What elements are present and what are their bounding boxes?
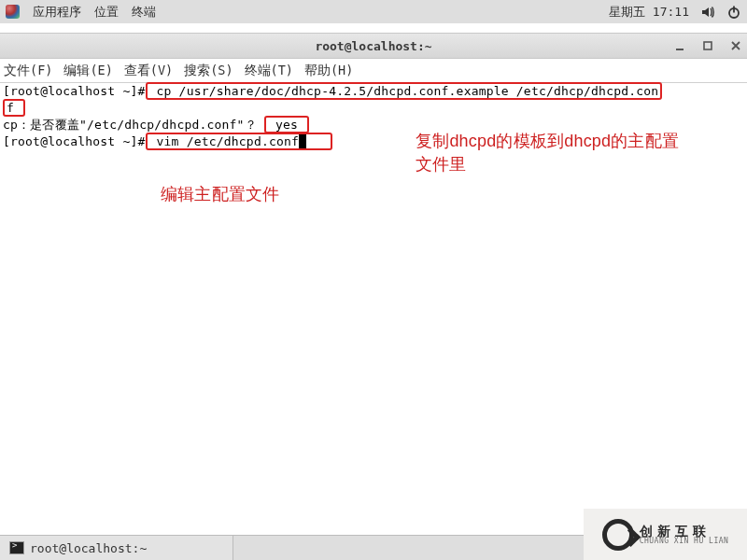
menu-edit[interactable]: 编辑(E)	[63, 63, 112, 79]
bottom-taskbar: root@localhost:~	[0, 535, 584, 560]
logo-icon	[602, 519, 634, 551]
menu-applications[interactable]: 应用程序	[33, 4, 81, 21]
menu-places[interactable]: 位置	[94, 4, 119, 21]
menu-file[interactable]: 文件(F)	[4, 63, 52, 79]
svg-rect-1	[733, 6, 735, 12]
menu-help[interactable]: 帮助(H)	[304, 63, 353, 79]
command-line-cp-wrap: f	[3, 100, 744, 117]
menu-view[interactable]: 查看(V)	[124, 63, 173, 79]
terminal-menubar: 文件(F) 编辑(E) 查看(V) 搜索(S) 终端(T) 帮助(H)	[0, 59, 747, 83]
taskbar-item-terminal[interactable]: root@localhost:~	[0, 536, 233, 560]
annotation-right-1: 复制dhcpd的模板到dhcpd的主配置	[416, 133, 679, 149]
clock: 星期五 17:11	[609, 4, 689, 21]
window-titlebar: root@localhost:~	[0, 33, 747, 59]
terminal-area[interactable]: [root@localhost ~]# cp /usr/share/doc/dh…	[0, 83, 747, 531]
apps-icon	[6, 5, 20, 19]
menu-terminal[interactable]: 终端	[132, 4, 156, 21]
gnome-top-panel: 应用程序 位置 终端 星期五 17:11	[0, 0, 747, 23]
menu-search[interactable]: 搜索(S)	[184, 63, 233, 79]
logo-chinese: 创新互联	[640, 525, 729, 538]
cursor-icon	[299, 134, 306, 148]
svg-rect-2	[676, 49, 684, 50]
yes-highlight: yes	[264, 116, 309, 133]
maximize-button[interactable]	[702, 40, 713, 51]
annotation-left: 编辑主配置文件	[161, 186, 279, 203]
cmd-vim-highlight: vim /etc/dhcpd.conf	[146, 133, 333, 150]
menu-terminal-menu[interactable]: 终端(T)	[245, 63, 293, 79]
svg-rect-3	[704, 42, 712, 49]
taskbar-item-label: root@localhost:~	[30, 541, 147, 555]
cmd-cp-highlight-a: cp /usr/share/doc/dhcp-4.2.5/dhcpd.conf.…	[146, 82, 663, 100]
power-icon[interactable]	[726, 5, 741, 20]
command-line-cp: [root@localhost ~]# cp /usr/share/doc/dh…	[3, 83, 744, 100]
annotation-right-2: 文件里	[416, 156, 467, 173]
terminal-icon	[9, 541, 24, 554]
logo-pinyin: CHUANG XIN HU LIAN	[640, 538, 729, 545]
close-button[interactable]	[730, 40, 741, 51]
volume-icon[interactable]	[700, 5, 715, 20]
window-title: root@localhost:~	[0, 39, 747, 53]
minimize-button[interactable]	[674, 40, 685, 51]
watermark-logo: 创新互联 CHUANG XIN HU LIAN	[584, 509, 747, 560]
cmd-cp-highlight-b: f	[3, 99, 25, 117]
